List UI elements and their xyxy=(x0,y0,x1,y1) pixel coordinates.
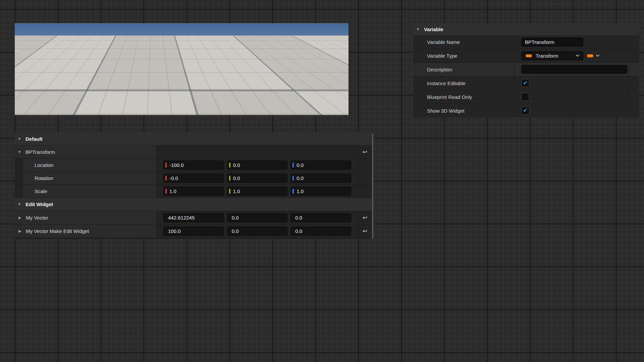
location-x-input[interactable] xyxy=(164,162,224,168)
my-vector-z-field xyxy=(290,213,351,222)
z-axis-bar xyxy=(292,176,294,181)
collapse-arrow-icon: ▼ xyxy=(17,137,22,141)
x-axis-bar xyxy=(165,189,167,194)
preview-viewport[interactable]: BPTransform MyVector_MakeEditWidget xyxy=(15,23,348,115)
variable-details-panel: ▼ Variable Variable Name Variable Type T… xyxy=(413,23,639,117)
x-axis-bar xyxy=(165,163,167,168)
gizmo-x-arrow xyxy=(194,79,201,84)
bptransform-label: BPTransform xyxy=(25,149,55,155)
reset-to-default-button[interactable]: ↩ xyxy=(363,149,367,155)
check-icon: ✔ xyxy=(523,80,528,86)
reset-to-default-button[interactable]: ↩ xyxy=(363,228,367,234)
instance-editable-checkbox[interactable]: ✔ xyxy=(521,79,529,87)
mvmew-x-input[interactable] xyxy=(164,228,224,234)
transform-pin-icon xyxy=(526,54,532,57)
location-label-cell: Location xyxy=(23,159,157,171)
rotation-z-field xyxy=(290,174,351,183)
chevron-down-icon xyxy=(596,54,600,57)
instance-editable-label: Instance Editable xyxy=(413,76,514,90)
y-axis-bar xyxy=(229,176,230,181)
scrollbar-thumb[interactable] xyxy=(372,133,373,239)
variable-category-header[interactable]: ▼ Variable xyxy=(413,23,639,35)
gizmo-center-dot xyxy=(174,80,177,83)
blueprint-read-only-label: Blueprint Read Only xyxy=(413,90,514,104)
check-icon: ✔ xyxy=(523,108,528,113)
rotation-label: Rotation xyxy=(35,175,53,181)
show-3d-widget-checkbox[interactable]: ✔ xyxy=(521,107,529,115)
my-vector-y-field xyxy=(227,213,288,222)
container-type-dropdown[interactable] xyxy=(587,54,600,57)
y-axis-bar xyxy=(229,189,230,194)
mvmew-x-field xyxy=(163,227,224,236)
my-vector-x-input[interactable] xyxy=(164,215,224,221)
location-z-field xyxy=(290,161,351,170)
expand-arrow-icon: ▶ xyxy=(18,229,22,233)
z-axis-bar xyxy=(292,163,294,168)
variable-type-row: Variable Type Transform xyxy=(413,49,639,63)
variable-type-value: Transform xyxy=(536,53,558,59)
variable-type-dropdown[interactable]: Transform xyxy=(521,51,583,60)
scale-label: Scale xyxy=(35,188,47,194)
chevron-down-icon xyxy=(576,54,580,57)
mvmew-y-field xyxy=(227,227,288,236)
description-label: Description xyxy=(413,63,514,76)
my-vector-expander[interactable]: ▶ My Vector xyxy=(15,211,157,224)
description-input[interactable] xyxy=(521,65,627,74)
mvmew-z-field xyxy=(290,227,351,236)
rotation-y-field xyxy=(227,174,288,183)
bptransform-expander[interactable]: ▼ BPTransform xyxy=(15,145,157,158)
rotation-row: Rotation xyxy=(15,172,374,185)
my-vector-x-field xyxy=(163,213,224,222)
y-axis-bar xyxy=(229,163,230,168)
show-3d-widget-row: Show 3D Widget ✔ xyxy=(413,104,639,117)
rotation-z-input[interactable] xyxy=(291,175,351,181)
variable-category-title: Variable xyxy=(424,26,443,32)
location-z-input[interactable] xyxy=(291,162,351,168)
scale-y-field xyxy=(227,187,288,196)
widget-label-bptransform: BPTransform xyxy=(69,84,101,90)
my-vector-label: My Vector xyxy=(26,215,48,221)
expand-arrow-icon: ▶ xyxy=(18,216,22,220)
location-y-field xyxy=(227,161,288,170)
blueprint-read-only-row: Blueprint Read Only xyxy=(413,90,639,104)
variable-name-row: Variable Name xyxy=(413,35,639,49)
scale-x-input[interactable] xyxy=(164,188,224,194)
collapse-arrow-icon: ▼ xyxy=(17,202,22,206)
default-category-header[interactable]: ▼ Default xyxy=(15,133,372,145)
collapse-arrow-icon: ▼ xyxy=(17,150,22,154)
mvmew-z-input[interactable] xyxy=(291,228,351,234)
scale-y-input[interactable] xyxy=(227,188,287,194)
scale-z-input[interactable] xyxy=(291,188,351,194)
variable-type-label: Variable Type xyxy=(413,49,514,62)
blueprint-read-only-checkbox[interactable] xyxy=(521,93,529,101)
location-x-field xyxy=(163,161,224,170)
my-vector-z-input[interactable] xyxy=(291,215,351,221)
my-vector-make-edit-widget-label: My Vector Make Edit Widget xyxy=(26,228,89,234)
transform-pin-icon xyxy=(587,54,593,57)
rotation-x-input[interactable] xyxy=(164,175,224,181)
collapse-arrow-icon: ▼ xyxy=(416,27,420,31)
z-axis-bar xyxy=(292,189,294,194)
mvmew-y-input[interactable] xyxy=(227,228,287,234)
blueprint-editor-canvas[interactable]: { "viewport": { "labels": { "left": "BPT… xyxy=(0,0,644,362)
rotation-label-cell: Rotation xyxy=(23,172,157,184)
variable-name-input[interactable] xyxy=(521,38,583,47)
reset-to-default-button[interactable]: ↩ xyxy=(363,215,367,221)
scale-z-field xyxy=(290,187,351,196)
scale-row: Scale xyxy=(15,185,374,198)
location-row: Location xyxy=(15,159,374,172)
rotation-y-input[interactable] xyxy=(227,175,287,181)
my-vector-make-edit-widget-expander[interactable]: ▶ My Vector Make Edit Widget xyxy=(15,225,157,238)
rotation-x-field xyxy=(163,174,224,183)
details-scrollbar[interactable] xyxy=(372,133,374,239)
widget-label-myvector: MyVector_MakeEditWidget xyxy=(274,78,340,84)
edit-widget-category-header[interactable]: ▼ Edit Widget xyxy=(15,198,372,211)
location-label: Location xyxy=(35,162,54,168)
location-y-input[interactable] xyxy=(227,162,287,168)
my-vector-row: ▶ My Vector ↩ xyxy=(15,211,374,225)
x-axis-bar xyxy=(165,176,167,181)
my-vector-make-edit-widget-row: ▶ My Vector Make Edit Widget ↩ xyxy=(15,225,374,238)
my-vector-y-input[interactable] xyxy=(227,215,287,221)
instance-editable-row: Instance Editable ✔ xyxy=(413,76,639,90)
scale-x-field xyxy=(163,187,224,196)
